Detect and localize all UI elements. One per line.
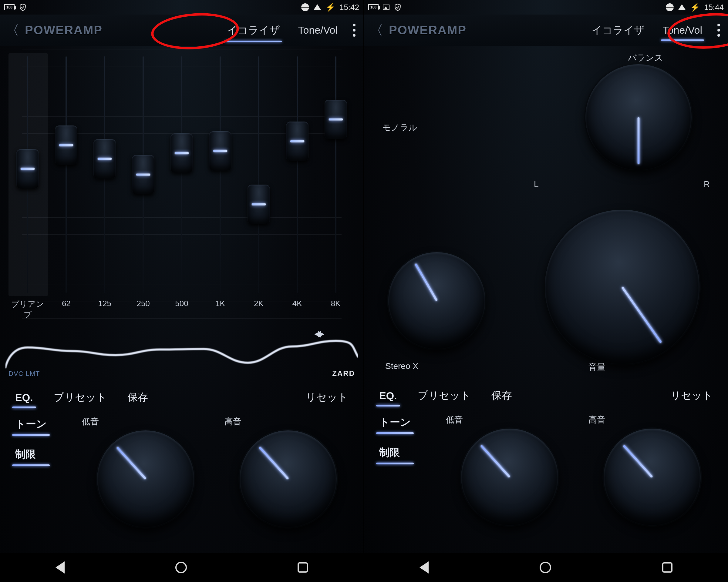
curve-handle-icon[interactable]: ◀▶ bbox=[314, 329, 321, 339]
nav-recent-icon[interactable] bbox=[297, 562, 308, 573]
controls-row-1: EQ. プリセット 保存 リセット bbox=[364, 377, 728, 404]
eq-sliders bbox=[8, 53, 355, 296]
tab-tone-vol[interactable]: Tone/Vol bbox=[297, 22, 338, 38]
tone-knob-row: トーン 制限 低音 高音 bbox=[0, 416, 363, 537]
tab-equalizer[interactable]: イコライザ bbox=[226, 22, 281, 39]
bass-label: 低音 bbox=[82, 416, 99, 427]
tone-knob-row: トーン 制限 低音 高音 bbox=[364, 414, 728, 535]
battery-indicator-icon: 100 bbox=[4, 4, 15, 10]
tone-vol-panel: バランス モノラル L R Stereo X 音量 bbox=[364, 46, 728, 377]
wifi-icon bbox=[313, 4, 321, 10]
shield-icon bbox=[394, 3, 401, 11]
eq-band-label: 125 bbox=[85, 299, 124, 320]
dvc-lmt-label: DVC LMT bbox=[8, 370, 40, 378]
balance-knob[interactable] bbox=[586, 64, 692, 170]
preset-button[interactable]: プリセット bbox=[52, 389, 108, 406]
bass-knob[interactable] bbox=[461, 428, 558, 526]
balance-right-label: R bbox=[704, 179, 710, 189]
balance-label: バランス bbox=[628, 52, 663, 64]
status-time: 15:42 bbox=[339, 3, 359, 12]
app-header: 〈 POWERAMP イコライザ Tone/Vol bbox=[0, 15, 363, 46]
dnd-icon: — bbox=[301, 3, 309, 11]
back-icon[interactable]: 〈 bbox=[5, 23, 19, 37]
preamp-label: プリアンプ bbox=[8, 299, 47, 320]
app-brand: POWERAMP bbox=[25, 23, 103, 37]
android-navbar bbox=[0, 553, 363, 582]
preset-button[interactable]: プリセット bbox=[416, 387, 472, 404]
dnd-icon: — bbox=[666, 3, 674, 11]
eq-band-label: 8K bbox=[316, 299, 355, 320]
tab-equalizer[interactable]: イコライザ bbox=[591, 22, 645, 39]
eq-band-slider[interactable] bbox=[278, 53, 316, 296]
preamp-slider[interactable] bbox=[8, 53, 47, 296]
eq-band-slider[interactable] bbox=[201, 53, 239, 296]
treble-knob[interactable] bbox=[604, 428, 701, 526]
android-navbar bbox=[364, 553, 728, 582]
eq-toggle-button[interactable]: EQ. bbox=[378, 389, 398, 403]
eq-band-slider[interactable] bbox=[124, 53, 163, 296]
nav-recent-icon[interactable] bbox=[662, 562, 673, 573]
eq-band-label: 250 bbox=[124, 299, 163, 320]
nav-home-icon[interactable] bbox=[540, 562, 551, 573]
treble-label: 高音 bbox=[589, 414, 605, 425]
eq-band-label: 2K bbox=[239, 299, 278, 320]
balance-left-label: L bbox=[534, 179, 539, 189]
eq-toggle-button[interactable]: EQ. bbox=[14, 390, 34, 405]
tone-toggle-button[interactable]: トーン bbox=[14, 416, 48, 432]
wifi-icon bbox=[678, 4, 686, 10]
app-header: 〈 POWERAMP イコライザ Tone/Vol bbox=[364, 15, 728, 46]
battery-indicator-icon: 100 bbox=[368, 4, 379, 10]
eq-band-slider[interactable] bbox=[163, 53, 201, 296]
treble-knob[interactable] bbox=[240, 431, 337, 527]
save-button[interactable]: 保存 bbox=[490, 387, 513, 404]
overflow-menu-icon[interactable] bbox=[718, 24, 720, 37]
status-time: 15:44 bbox=[704, 3, 724, 12]
eq-band-label: 62 bbox=[47, 299, 85, 320]
status-bar: 100 — ⚡ 15:44 bbox=[364, 0, 728, 15]
eq-band-slider[interactable] bbox=[316, 53, 355, 296]
equalizer-panel: プリアンプ621252505001K2K4K8K bbox=[0, 46, 363, 321]
nav-back-icon[interactable] bbox=[55, 561, 64, 574]
screenshot-icon bbox=[383, 4, 389, 10]
eq-band-label: 500 bbox=[163, 299, 201, 320]
stereox-knob[interactable] bbox=[388, 252, 485, 349]
preset-name: ZARD bbox=[332, 369, 355, 378]
tab-tone-vol[interactable]: Tone/Vol bbox=[662, 22, 703, 38]
reset-button[interactable]: リセット bbox=[305, 389, 349, 406]
save-button[interactable]: 保存 bbox=[126, 389, 149, 406]
eq-band-slider[interactable] bbox=[47, 53, 85, 296]
overflow-menu-icon[interactable] bbox=[353, 24, 356, 37]
charging-icon: ⚡ bbox=[690, 3, 700, 12]
app-brand: POWERAMP bbox=[389, 23, 467, 37]
mono-label[interactable]: モノラル bbox=[382, 122, 417, 133]
eq-band-label: 4K bbox=[278, 299, 316, 320]
status-bar: 100 — ⚡ 15:42 bbox=[0, 0, 363, 15]
tone-toggle-button[interactable]: トーン bbox=[378, 414, 412, 431]
eq-band-label: 1K bbox=[201, 299, 239, 320]
eq-band-labels: プリアンプ621252505001K2K4K8K bbox=[8, 299, 355, 320]
nav-home-icon[interactable] bbox=[175, 562, 187, 573]
volume-knob[interactable] bbox=[545, 210, 700, 364]
limit-toggle-button[interactable]: 制限 bbox=[378, 444, 412, 461]
reset-button[interactable]: リセット bbox=[669, 387, 714, 404]
stereox-label: Stereo X bbox=[385, 361, 418, 371]
eq-band-slider[interactable] bbox=[85, 53, 124, 296]
shield-icon bbox=[19, 3, 27, 11]
back-icon[interactable]: 〈 bbox=[369, 23, 383, 37]
controls-row-1: EQ. プリセット 保存 リセット bbox=[0, 378, 363, 406]
nav-back-icon[interactable] bbox=[419, 561, 428, 574]
treble-label: 高音 bbox=[225, 416, 241, 427]
volume-label: 音量 bbox=[589, 361, 605, 373]
eq-band-slider[interactable] bbox=[239, 53, 278, 296]
limit-toggle-button[interactable]: 制限 bbox=[14, 446, 48, 463]
bass-knob[interactable] bbox=[97, 431, 194, 527]
bass-label: 低音 bbox=[446, 414, 463, 425]
charging-icon: ⚡ bbox=[326, 3, 335, 12]
eq-response-curve[interactable]: ◀▶ DVC LMT ZARD bbox=[5, 327, 358, 378]
